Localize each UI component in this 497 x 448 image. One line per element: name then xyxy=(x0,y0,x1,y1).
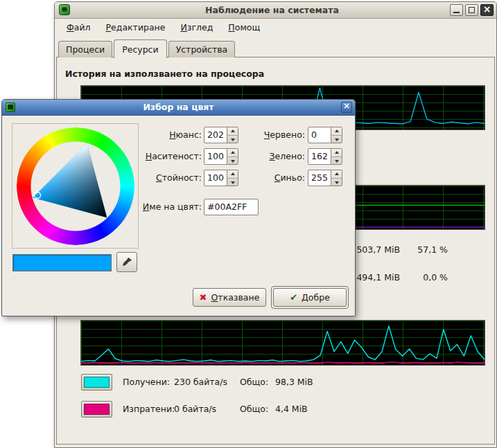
cancel-button[interactable]: Отказване xyxy=(193,288,266,307)
color-name-label: Име на цвят: xyxy=(120,201,202,212)
sent-rate: 0 байта/s xyxy=(174,404,216,414)
tab-devices[interactable]: Устройства xyxy=(168,41,236,57)
menu-view[interactable]: Изглед xyxy=(174,19,219,35)
hue-value: 202 xyxy=(207,129,224,140)
received-label: Получени: xyxy=(123,377,170,387)
system-monitor-icon xyxy=(59,4,70,15)
ok-label: Добре xyxy=(302,292,330,303)
value-spinbox[interactable]: 100 xyxy=(204,170,238,186)
blue-value: 255 xyxy=(311,172,328,183)
color-picker-dialog: Избор на цвят xyxy=(1,99,356,316)
value-spin-buttons xyxy=(227,170,238,186)
minimize-button[interactable] xyxy=(450,4,463,16)
green-spin-up-button[interactable] xyxy=(331,149,342,157)
blue-spinbox[interactable]: 255 xyxy=(308,170,342,186)
value-label: Стойност: xyxy=(120,172,202,183)
received-legend-row: Получени: 230 байта/s Общо: 98,3 MiB xyxy=(55,374,496,392)
swap-percent: 0,0 % xyxy=(392,272,448,283)
hue-spin-down-button[interactable] xyxy=(227,136,238,143)
blue-spin-down-button[interactable] xyxy=(331,179,342,186)
saturation-spin-down-button[interactable] xyxy=(227,157,238,165)
cpu-history-heading: История на използването на процесора xyxy=(65,69,264,79)
color-preview xyxy=(12,254,112,271)
hue-spin-up-button[interactable] xyxy=(227,127,238,136)
dialog-titlebar[interactable]: Избор на цвят xyxy=(2,100,355,116)
sent-total-label: Общо: xyxy=(240,404,268,414)
red-spinbox[interactable]: 0 xyxy=(308,127,342,143)
blue-spin-buttons xyxy=(331,170,342,186)
window-titlebar[interactable]: Наблюдение на системата xyxy=(55,2,496,19)
value-spin-up-button[interactable] xyxy=(227,170,238,179)
red-label: Червено: xyxy=(241,129,305,140)
received-rate: 230 байта/s xyxy=(174,377,227,387)
cancel-label: Отказване xyxy=(211,292,260,303)
red-spin-buttons xyxy=(331,127,342,143)
tab-processes[interactable]: Процеси xyxy=(58,41,112,57)
saturation-spin-buttons xyxy=(227,149,238,164)
red-spin-up-button[interactable] xyxy=(331,127,342,136)
ok-default-ring: Добре xyxy=(271,286,349,309)
received-total: 98,3 MiB xyxy=(275,377,313,387)
hue-spin-buttons xyxy=(227,127,238,143)
network-history-chart xyxy=(80,320,485,366)
red-spin-down-button[interactable] xyxy=(331,136,342,143)
saturation-spinbox[interactable]: 100 xyxy=(204,148,238,165)
network-history-plot xyxy=(81,321,485,365)
color-name-input[interactable]: #00A2FF xyxy=(204,199,259,215)
desktop: Наблюдение на системата Файл Редактиране… xyxy=(0,0,497,448)
tabstrip: Процеси Ресурси Устройства xyxy=(58,39,236,57)
tab-resources[interactable]: Ресурси xyxy=(114,39,166,58)
received-color-button[interactable] xyxy=(81,374,112,391)
green-label: Зелено: xyxy=(241,151,305,161)
eyedropper-icon xyxy=(122,257,132,267)
sent-color-button[interactable] xyxy=(81,401,112,418)
sent-color-swatch xyxy=(84,404,110,415)
saturation-value: 100 xyxy=(207,151,224,161)
green-spin-down-button[interactable] xyxy=(331,157,342,165)
color-wheel[interactable] xyxy=(12,123,139,249)
dialog-title: Избор на цвят xyxy=(23,102,334,112)
hue-label: Нюанс: xyxy=(120,129,202,140)
value-spin-down-button[interactable] xyxy=(227,179,238,186)
dialog-app-icon xyxy=(6,102,15,112)
sent-legend-row: Изпратени: 0 байта/s Общо: 4,4 MiB xyxy=(55,401,496,419)
cancel-icon xyxy=(200,292,207,303)
green-value: 162 xyxy=(311,151,328,161)
menu-edit[interactable]: Редактиране xyxy=(100,19,172,35)
ok-button[interactable]: Добре xyxy=(273,288,347,307)
received-total-label: Общо: xyxy=(240,377,268,387)
maximize-button[interactable] xyxy=(465,4,478,16)
received-color-swatch xyxy=(84,377,110,388)
sent-total: 4,4 MiB xyxy=(275,404,308,414)
saturation-spin-up-button[interactable] xyxy=(227,149,238,157)
blue-spin-up-button[interactable] xyxy=(331,170,342,179)
menu-help[interactable]: Помощ xyxy=(222,19,266,35)
eyedropper-button[interactable] xyxy=(116,252,137,272)
memory-percent: 57,1 % xyxy=(392,244,448,255)
red-value: 0 xyxy=(311,129,317,140)
green-spinbox[interactable]: 162 xyxy=(308,148,342,165)
value-value: 100 xyxy=(207,172,224,183)
blue-label: Синьо: xyxy=(241,172,305,183)
hsv-triangle[interactable] xyxy=(17,127,134,245)
close-button[interactable] xyxy=(480,4,494,16)
menubar: Файл Редактиране Изглед Помощ xyxy=(55,19,496,37)
hue-spinbox[interactable]: 202 xyxy=(204,127,238,143)
dialog-close-button[interactable] xyxy=(341,102,352,113)
window-title: Наблюдение на системата xyxy=(96,5,448,15)
sent-label: Изпратени: xyxy=(123,404,175,414)
saturation-label: Наситеност: xyxy=(120,151,202,161)
menu-file[interactable]: Файл xyxy=(60,19,97,35)
green-spin-buttons xyxy=(331,149,342,164)
ok-icon xyxy=(290,292,297,303)
